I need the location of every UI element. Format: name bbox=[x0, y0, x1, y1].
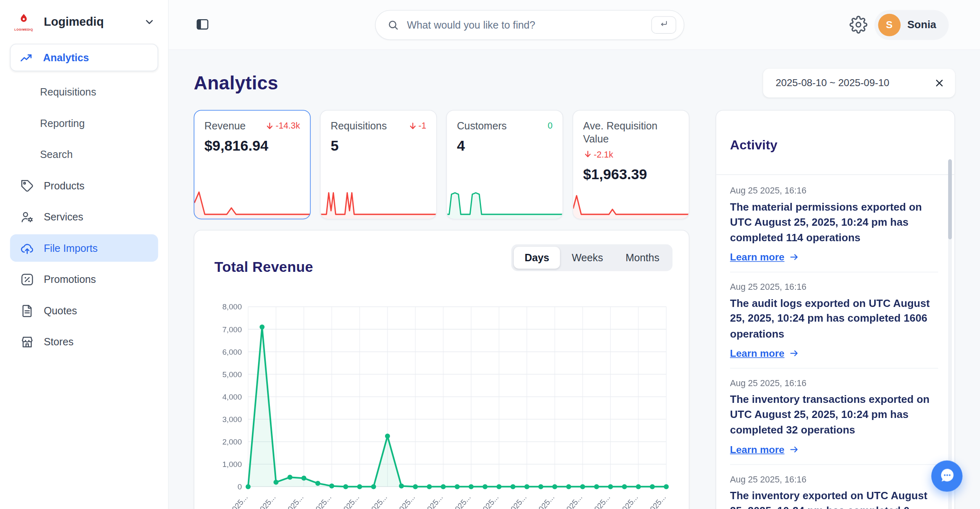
chat-bubble-icon bbox=[938, 467, 955, 485]
stat-delta: -2.1k bbox=[583, 149, 613, 159]
sidebar-item-analytics[interactable]: Analytics bbox=[10, 44, 158, 71]
svg-text:2025...: 2025... bbox=[450, 493, 472, 509]
tab-weeks[interactable]: Weeks bbox=[561, 247, 614, 269]
svg-text:2025...: 2025... bbox=[618, 493, 640, 509]
stat-card-revenue[interactable]: Revenue-14.3k$9,816.94 bbox=[194, 110, 310, 219]
main-content: Analytics 2025-08-10 ~ 2025-09-10 Revenu… bbox=[169, 50, 980, 509]
svg-text:8,000: 8,000 bbox=[222, 303, 242, 311]
arrow-right-icon bbox=[789, 348, 800, 359]
tab-months[interactable]: Months bbox=[615, 247, 670, 269]
activity-time: Aug 25 2025, 16:16 bbox=[730, 282, 938, 291]
date-range-filter[interactable]: 2025-08-10 ~ 2025-09-10 bbox=[763, 69, 955, 97]
activity-item: Aug 25 2025, 16:16The material permissio… bbox=[730, 176, 938, 271]
stat-label: Revenue bbox=[205, 119, 246, 133]
content-row: Revenue-14.3k$9,816.94Requisitions-15Cus… bbox=[194, 110, 955, 509]
sidebar-item-label: File Imports bbox=[44, 242, 98, 254]
clear-date-range-button[interactable] bbox=[934, 78, 945, 89]
chart-range-tabs: DaysWeeksMonths bbox=[511, 244, 672, 271]
activity-column: Activity Aug 25 2025, 16:16The material … bbox=[716, 110, 955, 509]
app-window: LOGIMEDIQ Logimediq AnalyticsRequisition… bbox=[0, 0, 980, 509]
global-search bbox=[375, 10, 684, 40]
search-icon bbox=[387, 19, 399, 31]
svg-text:0: 0 bbox=[238, 482, 242, 491]
svg-text:2025...: 2025... bbox=[227, 493, 249, 509]
date-range-value: 2025-08-10 ~ 2025-09-10 bbox=[775, 78, 889, 89]
sidebar-nav: AnalyticsRequisitionsReportingSearchProd… bbox=[0, 44, 168, 357]
search-input[interactable] bbox=[405, 18, 645, 31]
sidebar-item-stores[interactable]: Stores bbox=[0, 326, 168, 358]
svg-text:2025...: 2025... bbox=[534, 493, 556, 509]
arrow-down-icon bbox=[583, 149, 592, 159]
revenue-chart: 01,0002,0003,0004,0005,0006,0007,0008,00… bbox=[212, 299, 673, 509]
brand-switcher[interactable]: LOGIMEDIQ Logimediq bbox=[0, 9, 168, 44]
activity-text: The material permissions exported on UTC… bbox=[730, 200, 938, 246]
settings-button[interactable] bbox=[849, 16, 867, 33]
sidebar-item-reporting[interactable]: Reporting bbox=[0, 107, 168, 139]
stat-value: $9,816.94 bbox=[205, 138, 300, 154]
activity-list: Aug 25 2025, 16:16The material permissio… bbox=[716, 175, 954, 509]
svg-text:2025...: 2025... bbox=[395, 493, 417, 509]
activity-text: The inventory transactions exported on U… bbox=[730, 392, 938, 438]
store-icon bbox=[20, 335, 34, 349]
page-title: Analytics bbox=[194, 73, 278, 94]
svg-text:2025...: 2025... bbox=[506, 493, 528, 509]
learn-more-link[interactable]: Learn more bbox=[730, 348, 800, 359]
svg-text:2,000: 2,000 bbox=[222, 438, 242, 446]
revenue-chart-wrap: 01,0002,0003,0004,0005,0006,0007,0008,00… bbox=[212, 299, 671, 509]
total-revenue-panel: Total Revenue DaysWeeksMonths 01,0002,00… bbox=[194, 230, 689, 509]
svg-text:2025...: 2025... bbox=[283, 493, 305, 509]
stat-delta: 0 bbox=[548, 120, 552, 130]
svg-text:2025...: 2025... bbox=[562, 493, 584, 509]
sidebar-item-search[interactable]: Search bbox=[0, 139, 168, 170]
logo-caption: LOGIMEDIQ bbox=[14, 28, 33, 31]
activity-item: Aug 25 2025, 16:16The inventory transact… bbox=[730, 369, 938, 464]
user-menu[interactable]: S Sonia bbox=[874, 10, 949, 40]
sidebar-item-products[interactable]: Products bbox=[0, 170, 168, 201]
tab-days[interactable]: Days bbox=[514, 247, 560, 269]
activity-scrollbar-thumb[interactable] bbox=[948, 159, 952, 239]
sidebar-item-label: Requisitions bbox=[40, 86, 96, 98]
svg-text:2025...: 2025... bbox=[367, 493, 389, 509]
stat-delta: -1 bbox=[408, 120, 426, 130]
sidebar-item-label: Reporting bbox=[40, 117, 85, 129]
sidebar-item-promotions[interactable]: Promotions bbox=[0, 264, 168, 295]
sidebar: LOGIMEDIQ Logimediq AnalyticsRequisition… bbox=[0, 0, 169, 509]
page-header: Analytics 2025-08-10 ~ 2025-09-10 bbox=[194, 69, 955, 97]
sidebar-item-requisitions[interactable]: Requisitions bbox=[0, 76, 168, 108]
sidebar-item-label: Services bbox=[44, 211, 83, 223]
stat-value: $1,963.39 bbox=[583, 167, 679, 183]
sidebar-item-quotes[interactable]: Quotes bbox=[0, 295, 168, 326]
stat-card-ave-requisition-value[interactable]: Ave. Requisition Value-2.1k$1,963.39 bbox=[572, 110, 689, 219]
collapse-panel-icon bbox=[194, 24, 211, 34]
svg-text:5,000: 5,000 bbox=[222, 370, 242, 379]
arrow-right-icon bbox=[789, 444, 800, 455]
stat-value: 5 bbox=[331, 138, 426, 154]
arrow-right-icon bbox=[789, 252, 800, 262]
sidebar-item-services[interactable]: Services bbox=[0, 201, 168, 233]
activity-time: Aug 25 2025, 16:16 bbox=[730, 378, 938, 388]
activity-panel: Activity Aug 25 2025, 16:16The material … bbox=[716, 110, 955, 509]
activity-time: Aug 25 2025, 16:16 bbox=[730, 185, 938, 195]
stat-label: Requisitions bbox=[331, 119, 387, 133]
analytics-column: Revenue-14.3k$9,816.94Requisitions-15Cus… bbox=[194, 110, 689, 509]
svg-text:6,000: 6,000 bbox=[222, 348, 242, 356]
arrow-down-icon bbox=[265, 121, 274, 130]
svg-text:7,000: 7,000 bbox=[222, 325, 242, 334]
sidebar-item-label: Search bbox=[40, 149, 73, 160]
learn-more-link[interactable]: Learn more bbox=[730, 251, 800, 263]
stat-sparkline bbox=[321, 190, 436, 218]
sidebar-item-file-imports[interactable]: File Imports bbox=[10, 234, 158, 262]
svg-text:2025...: 2025... bbox=[339, 493, 361, 509]
learn-more-link[interactable]: Learn more bbox=[730, 444, 800, 456]
enter-key-button[interactable] bbox=[651, 16, 676, 34]
stat-sparkline bbox=[194, 190, 310, 218]
chat-launcher-button[interactable] bbox=[931, 460, 963, 492]
sidebar-collapse-button[interactable] bbox=[194, 17, 211, 33]
stat-card-requisitions[interactable]: Requisitions-15 bbox=[320, 110, 437, 219]
chevron-down-icon bbox=[143, 16, 156, 28]
stat-delta: -14.3k bbox=[265, 120, 300, 130]
stat-card-customers[interactable]: Customers04 bbox=[446, 110, 563, 219]
stats-row: Revenue-14.3k$9,816.94Requisitions-15Cus… bbox=[194, 110, 689, 219]
activity-title: Activity bbox=[730, 138, 940, 153]
activity-header: Activity bbox=[716, 111, 954, 175]
